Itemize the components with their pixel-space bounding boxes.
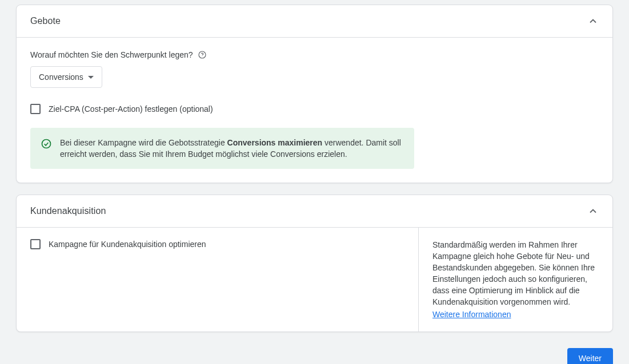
acquisition-card-header[interactable]: Kundenakquisition bbox=[17, 195, 612, 228]
target-cpa-row: Ziel-CPA (Cost-per-Action) festlegen (op… bbox=[30, 104, 599, 114]
acquisition-left-col: Kampagne für Kundenakquisition optimiere… bbox=[17, 228, 418, 331]
svg-point-1 bbox=[202, 56, 202, 57]
check-circle-icon bbox=[41, 138, 52, 149]
bidding-card-header[interactable]: Gebote bbox=[17, 5, 612, 38]
bidding-card: Gebote Worauf möchten Sie den Schwerpunk… bbox=[16, 5, 613, 183]
bidding-info-text: Bei dieser Kampagne wird die Gebotsstrat… bbox=[60, 137, 404, 160]
focus-select-value: Conversions bbox=[39, 72, 83, 82]
acquisition-help-text: Standardmäßig werden im Rahmen Ihrer Kam… bbox=[432, 239, 599, 308]
help-icon[interactable] bbox=[198, 50, 207, 59]
focus-field-label-row: Worauf möchten Sie den Schwerpunkt legen… bbox=[30, 50, 599, 59]
learn-more-link[interactable]: Weitere Informationen bbox=[432, 309, 511, 320]
target-cpa-checkbox[interactable] bbox=[30, 104, 41, 114]
target-cpa-label: Ziel-CPA (Cost-per-Action) festlegen (op… bbox=[49, 104, 213, 114]
caret-down-icon bbox=[88, 76, 94, 79]
acquisition-card: Kundenakquisition Kampagne für Kundenakq… bbox=[16, 195, 613, 332]
next-button[interactable]: Weiter bbox=[567, 348, 613, 364]
svg-point-2 bbox=[42, 140, 51, 148]
bidding-card-body: Worauf möchten Sie den Schwerpunkt legen… bbox=[17, 38, 612, 183]
optimize-acquisition-label: Kampagne für Kundenakquisition optimiere… bbox=[49, 240, 206, 249]
bidding-info-box: Bei dieser Kampagne wird die Gebotsstrat… bbox=[30, 128, 414, 169]
chevron-up-icon bbox=[587, 205, 599, 217]
acquisition-help-panel: Standardmäßig werden im Rahmen Ihrer Kam… bbox=[418, 228, 612, 331]
optimize-acquisition-row: Kampagne für Kundenakquisition optimiere… bbox=[30, 239, 404, 249]
focus-select[interactable]: Conversions bbox=[30, 66, 102, 88]
acquisition-card-title: Kundenakquisition bbox=[30, 206, 106, 216]
footer-row: Weiter bbox=[16, 343, 613, 364]
optimize-acquisition-checkbox[interactable] bbox=[30, 239, 41, 249]
focus-field-label: Worauf möchten Sie den Schwerpunkt legen… bbox=[30, 50, 193, 59]
chevron-up-icon bbox=[587, 15, 599, 27]
bidding-card-title: Gebote bbox=[30, 16, 61, 26]
acquisition-card-body: Kampagne für Kundenakquisition optimiere… bbox=[17, 228, 612, 331]
